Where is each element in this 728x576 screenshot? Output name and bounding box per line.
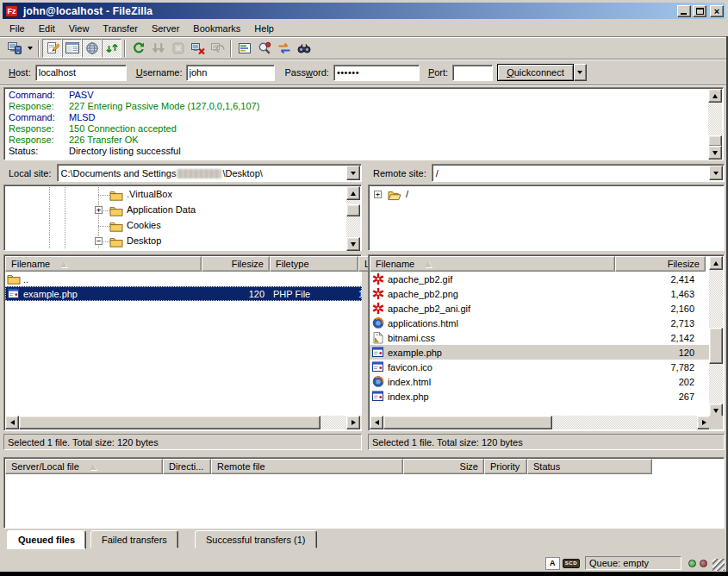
menu-help[interactable]: Help: [247, 22, 281, 35]
compare-directories-button[interactable]: [254, 39, 274, 58]
file-row-apache-pb2.png[interactable]: apache_pb2.png1,463: [370, 286, 711, 301]
tree-item-cookies[interactable]: Cookies: [5, 218, 345, 234]
local-tree-items: .VirtualBox+Application DataCookies−Desk…: [5, 187, 345, 249]
file-row-index.php[interactable]: index.php267: [370, 389, 711, 404]
folder-icon: [109, 235, 123, 249]
filesize: 120: [249, 289, 264, 299]
tree-expander-plus-icon[interactable]: +: [95, 206, 103, 214]
column-header-remote-file[interactable]: Remote file: [211, 459, 403, 474]
remote-site-combobox[interactable]: /: [432, 164, 725, 182]
remote-vscrollbar-thumb[interactable]: [709, 328, 723, 364]
maximize-button[interactable]: [693, 5, 706, 17]
scroll-right-button[interactable]: [346, 416, 360, 429]
tab-failed-transfers[interactable]: Failed transfers: [90, 530, 178, 548]
password-input[interactable]: [333, 65, 420, 81]
toggle-transfer-queue-button[interactable]: [102, 39, 121, 58]
column-header-filetype[interactable]: Filetype: [270, 256, 358, 272]
tree-item-root[interactable]: +/: [370, 187, 723, 203]
filezilla-logo-icon[interactable]: Fz: [5, 5, 18, 17]
menu-file[interactable]: File: [3, 22, 32, 35]
chevron-down-icon: [713, 172, 719, 175]
file-row-example.php[interactable]: example.php120: [370, 345, 711, 360]
tree-item-application-data[interactable]: +Application Data: [5, 203, 345, 218]
local-selection-status: Selected 1 file. Total size: 120 bytes: [8, 437, 159, 448]
column-header-priority[interactable]: Priority: [484, 459, 527, 474]
file-row-favicon.ico[interactable]: favicon.ico7,782: [370, 360, 711, 374]
find-files-button[interactable]: [294, 39, 314, 58]
column-header-filesize[interactable]: Filesize: [202, 256, 270, 272]
file-row-apache-pb2-ani.gif[interactable]: apache_pb2_ani.gif2,160: [370, 301, 711, 316]
toggle-local-tree-button[interactable]: [62, 39, 82, 58]
site-manager-button[interactable]: [4, 39, 24, 58]
username-input[interactable]: [186, 65, 275, 81]
cancel-operation-button[interactable]: [168, 39, 188, 58]
local-list-rows: ..example.php120PHP File1: [5, 272, 362, 301]
filesize: 120: [679, 347, 694, 358]
tree-expander-minus-icon[interactable]: −: [95, 237, 103, 245]
column-header-server-local-file[interactable]: Server/Local file: [5, 459, 163, 474]
menu-bookmarks[interactable]: Bookmarks: [186, 22, 247, 35]
column-header-filename[interactable]: Filename: [370, 256, 615, 272]
resize-grip[interactable]: [712, 559, 725, 571]
disconnect-button[interactable]: [188, 39, 208, 58]
minimize-button[interactable]: [677, 5, 691, 17]
quickconnect-button[interactable]: Quickconnect: [497, 64, 574, 81]
toggle-remote-tree-button[interactable]: [82, 39, 102, 58]
scroll-left-button[interactable]: [370, 416, 383, 429]
file-row-bitnami.css[interactable]: bitnami.css2,142: [370, 330, 711, 345]
remote-status-bar: Selected 1 file. Total size: 120 bytes: [368, 434, 725, 450]
column-header-size[interactable]: Size: [403, 459, 484, 474]
column-header-filesize[interactable]: Filesize: [615, 256, 706, 272]
scroll-down-button[interactable]: [346, 237, 360, 251]
scroll-up-button[interactable]: [709, 256, 723, 270]
port-input[interactable]: [452, 65, 493, 81]
file-row-index.html[interactable]: index.html202: [370, 374, 711, 389]
process-queue-button[interactable]: [148, 39, 168, 58]
host-input[interactable]: [35, 65, 127, 81]
local-path: C:\Documents and Settings\Desktop\: [61, 168, 263, 178]
scroll-up-button[interactable]: [346, 186, 360, 200]
tree-item--virtualbox[interactable]: .VirtualBox: [5, 187, 345, 203]
menu-transfer[interactable]: Transfer: [96, 22, 145, 35]
file-row-example.php[interactable]: example.php120PHP File1: [5, 286, 362, 301]
menu-view[interactable]: View: [62, 22, 96, 35]
php-icon: [371, 360, 385, 374]
tab-successful-transfers-1-[interactable]: Successful transfers (1): [195, 530, 317, 548]
tree-expander-plus-icon[interactable]: +: [374, 191, 382, 198]
refresh-button[interactable]: [128, 39, 148, 58]
tree-item-label: Application Data: [125, 204, 197, 215]
queue-icon: [105, 41, 119, 55]
tree-item-desktop[interactable]: −Desktop: [5, 234, 345, 249]
tab-queued-files[interactable]: Queued files: [7, 530, 86, 549]
local-site-dropdown-button[interactable]: [346, 166, 360, 180]
remote-site-label: Remote site:: [368, 168, 432, 178]
scroll-left-button[interactable]: [5, 416, 19, 429]
last-modified: 1: [358, 289, 362, 299]
remote-site-dropdown-button[interactable]: [709, 166, 723, 180]
local-hscrollbar-thumb[interactable]: [19, 416, 320, 429]
filesize: 1,463: [670, 289, 694, 299]
local-site-combobox[interactable]: C:\Documents and Settings\Desktop\: [57, 164, 362, 182]
remote-hscrollbar-thumb[interactable]: [383, 416, 552, 429]
menu-server[interactable]: Server: [145, 22, 186, 35]
column-header-status[interactable]: Status: [527, 459, 652, 474]
filter-button[interactable]: [234, 39, 254, 58]
local-tree-scrollbar-thumb[interactable]: [346, 204, 360, 216]
column-header-directi-[interactable]: Directi...: [163, 459, 211, 474]
file-row-..[interactable]: ..: [5, 272, 362, 286]
scroll-up-button[interactable]: [708, 89, 722, 103]
file-row-apache-pb2.gif[interactable]: apache_pb2.gif2,414: [370, 272, 711, 286]
quickconnect-dropdown[interactable]: [574, 64, 587, 81]
file-row-applications.html[interactable]: applications.html2,713: [370, 316, 711, 330]
filesize: 202: [679, 377, 694, 387]
toggle-message-log-button[interactable]: [42, 39, 62, 58]
site-manager-dropdown[interactable]: [24, 39, 35, 58]
synchronized-browsing-button[interactable]: [274, 39, 294, 58]
reconnect-button[interactable]: [208, 39, 227, 58]
log-line-label: Command:: [5, 112, 69, 123]
sort-ascending-icon: [90, 464, 96, 470]
column-header-filename[interactable]: Filename: [5, 256, 202, 272]
menu-edit[interactable]: Edit: [32, 22, 62, 35]
scroll-down-button[interactable]: [708, 146, 722, 160]
close-button[interactable]: ×: [710, 5, 724, 17]
